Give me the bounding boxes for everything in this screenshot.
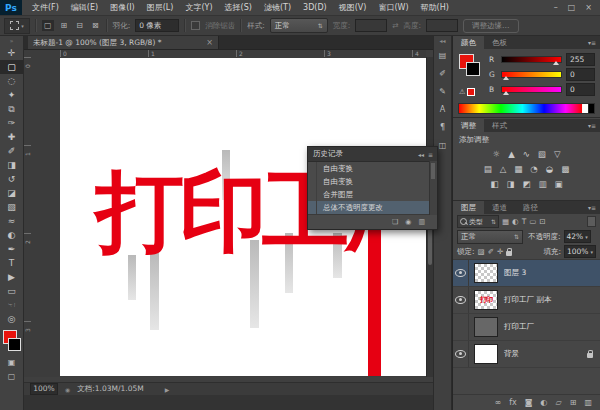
tool-crop[interactable]: ⧉	[0, 102, 23, 116]
status-menu-arrow[interactable]: ▶	[165, 386, 170, 393]
layer-thumbnail[interactable]: T	[474, 317, 498, 337]
gamut-warning-icon[interactable]: ⚠	[459, 88, 465, 96]
panel-tab[interactable]: 颜色	[453, 36, 484, 49]
adjustment-icon[interactable]: ☼	[493, 149, 501, 159]
tool-marquee[interactable]: ▢	[0, 60, 23, 74]
visibility-toggle[interactable]	[453, 287, 469, 313]
menu-item[interactable]: 滤镜(T)	[258, 0, 297, 15]
layer-thumbnail[interactable]	[474, 344, 498, 364]
dock-collapse-icon[interactable]: ◂◂	[434, 36, 451, 46]
panel-tab[interactable]: 通道	[484, 201, 515, 214]
fill-field[interactable]: 100% ▾	[564, 245, 596, 258]
close-button[interactable]: ×	[585, 3, 592, 12]
layer-name[interactable]: 打印工厂	[504, 322, 534, 332]
layer-group-icon[interactable]: ▱	[556, 398, 562, 407]
panel-menu-icon[interactable]: ▾≡	[588, 201, 600, 214]
adjustment-icon[interactable]: ▧	[538, 149, 546, 159]
lock-position-icon[interactable]: ✛	[497, 247, 503, 256]
swatches-panel-icon[interactable]: ▤	[434, 46, 451, 64]
slider-thumb[interactable]	[553, 61, 559, 65]
history-source-checkbox[interactable]	[308, 162, 317, 175]
history-source-checkbox[interactable]	[308, 175, 317, 188]
history-source-checkbox[interactable]	[308, 201, 317, 214]
background-color-swatch[interactable]	[8, 338, 21, 351]
blend-mode-dropdown[interactable]: 正常 ⇅	[457, 230, 523, 244]
adjustment-icon[interactable]: ▩	[561, 164, 569, 174]
filter-shape-layers-icon[interactable]: ▭	[529, 217, 536, 226]
new-doc-from-state-icon[interactable]: ❏	[392, 218, 398, 226]
tool-gradient[interactable]: ▧	[0, 200, 23, 214]
slider-thumb[interactable]	[503, 91, 509, 95]
adjustment-icon[interactable]: ▦	[514, 164, 522, 174]
menu-item[interactable]: 图像(I)	[104, 0, 141, 15]
adjustment-icon[interactable]: ▣	[555, 179, 563, 189]
layer-row[interactable]: 图层 3	[453, 260, 600, 287]
adjustment-icon[interactable]: ▽	[554, 149, 561, 159]
menu-item[interactable]: 选择(S)	[219, 0, 258, 15]
menu-item[interactable]: 窗口(W)	[372, 0, 414, 15]
lock-pixels-icon[interactable]: ✐	[488, 247, 494, 256]
panel-tab[interactable]: 色板	[484, 36, 515, 49]
panel-tab[interactable]: 样式	[484, 119, 515, 132]
adjustment-icon[interactable]: ▲	[508, 149, 515, 159]
tool-healing-brush[interactable]: ✚	[0, 130, 23, 144]
subtract-selection-icon[interactable]: ⊟	[74, 20, 85, 31]
filter-type-dropdown[interactable]: 类型 ⇅	[457, 215, 499, 228]
filter-type-layers-icon[interactable]: T	[522, 217, 527, 226]
visibility-toggle[interactable]	[453, 260, 469, 286]
tool-hand[interactable]: ☜	[0, 298, 23, 312]
panel-menu-icon[interactable]: ▾≡	[588, 36, 600, 49]
tool-pen[interactable]: ✒	[0, 242, 23, 256]
adjustment-icon[interactable]: ◩	[522, 179, 530, 189]
tool-eyedropper[interactable]: ✑	[0, 116, 23, 130]
history-source-checkbox[interactable]	[308, 188, 317, 201]
channel-slider[interactable]	[501, 71, 562, 78]
tool-clone-stamp[interactable]: ◨	[0, 158, 23, 172]
tool-move[interactable]: ✛	[0, 46, 23, 60]
antialias-checkbox[interactable]	[191, 21, 200, 30]
tool-quick-select[interactable]: ✦	[0, 88, 23, 102]
maximize-button[interactable]: □	[568, 3, 576, 12]
tool-brush[interactable]: ✐	[0, 144, 23, 158]
history-scrollbar[interactable]	[429, 161, 437, 215]
delete-state-icon[interactable]: ▥	[418, 218, 425, 226]
panel-tab[interactable]: 调整	[453, 119, 484, 132]
width-input[interactable]	[355, 19, 387, 32]
background-color-swatch[interactable]	[466, 62, 480, 76]
toolbar-collapse-icon[interactable]: »	[0, 36, 23, 46]
new-selection-icon[interactable]: ▢	[42, 20, 54, 31]
adjustment-icon[interactable]: ▤	[484, 164, 492, 174]
channel-value-field[interactable]: 0	[566, 83, 595, 96]
adjustment-icon[interactable]: ◨	[506, 179, 514, 189]
brush-presets-panel-icon[interactable]: ✎	[434, 82, 451, 100]
menu-item[interactable]: 帮助(H)	[415, 0, 455, 15]
layer-name[interactable]: 图层 3	[504, 268, 526, 278]
web-color-cube-icon[interactable]	[467, 88, 475, 96]
adjustment-icon[interactable]: △	[500, 164, 507, 174]
adjustment-icon[interactable]: ∿	[523, 149, 530, 159]
channel-slider[interactable]	[501, 56, 562, 63]
history-panel-header[interactable]: 历史记录 ◂◂ ≡	[308, 147, 437, 162]
screen-mode-icon[interactable]: ▢	[0, 369, 23, 383]
history-state-row[interactable]: 合并图层	[308, 188, 437, 201]
filter-adjustment-layers-icon[interactable]: ◐	[512, 217, 519, 226]
panel-collapse-icon[interactable]: ◂◂	[418, 151, 424, 158]
layer-name[interactable]: 打印工厂 副本	[504, 295, 551, 305]
opacity-field[interactable]: 42% ▾	[564, 230, 591, 243]
layer-row[interactable]: 打印 打印工厂 副本	[453, 287, 600, 314]
paragraph-panel-icon[interactable]: ¶	[434, 118, 451, 136]
layer-mask-icon[interactable]: ◙	[525, 398, 533, 407]
layer-thumbnail[interactable]: 打印	[474, 290, 498, 310]
layer-row[interactable]: 背景	[453, 341, 600, 368]
brush-panel-icon[interactable]: ✐	[434, 64, 451, 82]
height-input[interactable]	[426, 19, 458, 32]
refine-edge-button[interactable]: 调整边缘…	[463, 19, 519, 33]
history-state-row[interactable]: 自由变换	[308, 175, 437, 188]
lock-transparency-icon[interactable]: ▨	[478, 247, 485, 256]
layer-name[interactable]: 背景	[504, 349, 519, 359]
document-tab[interactable]: 未标题-1 @ 100% (图层 3, RGB/8) * ×	[28, 36, 219, 49]
panel-menu-icon[interactable]: ▾≡	[588, 119, 600, 132]
adjustment-icon[interactable]: ◒	[546, 164, 553, 174]
slider-thumb[interactable]	[503, 76, 509, 80]
panel-tab[interactable]: 路径	[515, 201, 546, 214]
